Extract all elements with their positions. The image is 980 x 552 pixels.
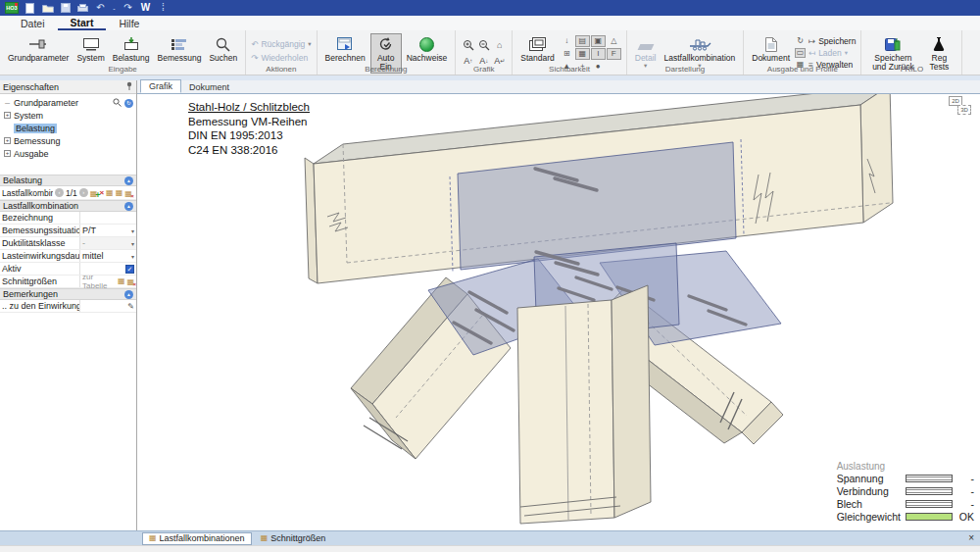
next-icon[interactable]: › <box>79 188 88 197</box>
expand-icon[interactable]: + <box>4 112 11 119</box>
undo-icon[interactable]: ↶ <box>94 2 107 14</box>
suchen-button[interactable]: Suchen <box>206 33 240 65</box>
expand-icon[interactable]: + <box>4 150 11 157</box>
aktiv-checkbox[interactable]: ✓ <box>125 265 134 274</box>
collapse-icon[interactable]: ▴ <box>124 290 133 299</box>
berechnen-button[interactable]: Berechnen <box>322 33 368 65</box>
new-document-icon[interactable] <box>24 2 36 14</box>
tab-hilfe[interactable]: Hilfe <box>106 16 152 30</box>
visibility-forces-icon[interactable]: F <box>607 48 621 60</box>
model-info-text: Stahl-Holz / Schlitzblech Bemessung VM-R… <box>188 100 310 157</box>
collapse-icon[interactable]: ▴ <box>124 202 133 211</box>
pager-count: 1/1 <box>66 188 77 198</box>
tree-refresh-icon[interactable]: ↻ <box>124 99 133 108</box>
visibility-dimensions-icon[interactable]: ▤ <box>575 35 590 47</box>
visibility-supports-icon[interactable]: ⊞ <box>560 48 574 60</box>
search-icon <box>216 35 230 53</box>
model-subtitle: Bemessung VM-Reihen <box>188 115 310 129</box>
visibility-profile-icon[interactable]: I <box>591 48 606 60</box>
collapse-icon[interactable]: ▴ <box>124 176 133 185</box>
model-title: Stahl-Holz / Schlitzblech <box>188 100 310 115</box>
chevron-down-icon: ▾ <box>131 227 134 234</box>
ribbon-group-grafik: ⌂ A↑ A↓ A↵ Grafik <box>456 30 513 75</box>
redo-icon[interactable]: ↷ <box>122 2 134 14</box>
lfk-section-header[interactable]: Lastfallkombination ▴ <box>0 200 136 212</box>
zur-tabelle-link[interactable]: zur Tabelle <box>82 273 116 290</box>
view-tab-strip: Grafik Dokument <box>137 80 980 94</box>
auto-refresh-icon <box>378 35 394 53</box>
tab-dokument[interactable]: Dokument <box>181 81 237 93</box>
arrow-save-icon: ↦ <box>808 36 815 46</box>
property-row: Lasteinwirkungsdauer mittel▾ <box>0 250 136 263</box>
visibility-labels-icon[interactable]: ▣ <box>591 35 606 47</box>
system-button[interactable]: System <box>74 33 107 65</box>
table-delete-icon[interactable]: ▦× <box>126 276 134 286</box>
chevron-down-icon: ▾ <box>131 253 134 260</box>
tab-grafik[interactable]: Grafik <box>140 79 181 93</box>
print-icon[interactable] <box>76 2 89 14</box>
load-box-icon <box>122 35 140 53</box>
tree-item-ausgabe[interactable]: + Ausgabe <box>0 147 136 160</box>
bemerkungen-section-header[interactable]: Bemerkungen ▴ <box>0 288 136 300</box>
legend-bar-gleichgewicht <box>906 513 953 521</box>
tab-start[interactable]: Start <box>58 16 107 30</box>
profil-laden-button[interactable]: ▭ ↤ Laden ▾ <box>795 48 856 58</box>
tab-lastfallkombinationen[interactable]: ▦ Lastfallkombinationen <box>142 532 252 545</box>
post-member <box>517 285 651 524</box>
prev-icon[interactable]: ‹ <box>55 188 64 197</box>
tree-search-icon[interactable] <box>113 97 122 109</box>
visibility-loads-icon[interactable]: ↓ <box>560 35 574 47</box>
bemessung-button[interactable]: Bemessung <box>155 33 205 65</box>
close-icon[interactable]: × <box>968 533 974 543</box>
table-icon: ▦ <box>149 534 157 542</box>
zoom-home-icon[interactable]: ⌂ <box>492 37 507 52</box>
bemessungssituation-select[interactable]: P/T▾ <box>79 225 136 236</box>
app-icon[interactable]: HO3 <box>5 2 19 14</box>
lasteinwirkungsdauer-select[interactable]: mittel▾ <box>79 250 136 262</box>
save-icon[interactable] <box>59 2 72 14</box>
belastung-button[interactable]: Belastung <box>110 33 153 65</box>
visibility-axes-icon[interactable]: △ <box>607 35 621 47</box>
bezeichnung-input[interactable] <box>79 212 136 224</box>
sync-icon: ↻ <box>795 36 806 46</box>
undo-caret-icon[interactable]: - <box>112 2 117 14</box>
profil-speichern-button[interactable]: ↻ ↦ Speichern <box>795 36 856 46</box>
monitor-icon <box>82 35 100 53</box>
visibility-grid-icon[interactable]: ▦ <box>575 48 590 60</box>
detail-slab-icon <box>637 44 654 50</box>
tree-item-belastung[interactable]: Belastung <box>0 122 136 134</box>
open-folder-icon[interactable] <box>41 2 54 14</box>
ribbon-group-eingabe: Grundparameter System Belastung Bemessun… <box>0 30 246 75</box>
undo-button[interactable]: ↶ Rückgängig ▾ <box>251 39 311 49</box>
add-row-icon[interactable]: ▦+ <box>90 188 98 198</box>
pin-icon[interactable] <box>125 81 133 92</box>
expand-icon[interactable]: + <box>4 137 11 144</box>
zoom-out-icon[interactable] <box>476 37 491 52</box>
edit-icon[interactable]: ✎ <box>127 302 134 311</box>
tree-item-system[interactable]: + System <box>0 109 136 122</box>
model-material: C24 EN 338:2016 <box>188 143 310 158</box>
view-3d-button[interactable]: 3D <box>957 105 971 115</box>
grundparameter-button[interactable]: Grundparameter <box>5 33 72 65</box>
table2-icon[interactable]: ▦ <box>116 189 123 197</box>
ribbon: Grundparameter System Belastung Bemessun… <box>0 30 980 75</box>
properties-header: Eigenschaften <box>0 80 136 94</box>
property-row: .. zu den Einwirkungen ✎ <box>0 300 136 313</box>
dokument-button[interactable]: Dokument <box>749 33 793 65</box>
calculator-icon <box>336 35 354 53</box>
redo-button[interactable]: ↷ Wiederholen <box>251 53 311 63</box>
table-icon[interactable]: ▦ <box>106 189 114 197</box>
tab-schnittgroessen[interactable]: ▦ Schnittgrößen <box>255 532 332 545</box>
tab-datei[interactable]: Datei <box>8 16 58 30</box>
nachweise-button[interactable]: Nachweise <box>404 33 451 65</box>
legend-title: Auslastung <box>837 461 953 472</box>
word-export-button[interactable]: W <box>139 2 152 14</box>
standard-view-button[interactable]: Standard <box>517 33 558 65</box>
tree-item-bemessung[interactable]: + Bemessung <box>0 134 136 147</box>
chevron-down-icon: ▾ <box>131 240 134 247</box>
table-delete-icon[interactable]: ▦× <box>124 188 132 198</box>
table-icon[interactable]: ▦ <box>118 277 125 285</box>
zoom-in-icon[interactable] <box>461 37 475 52</box>
more-commands-icon[interactable]: ⁞ <box>157 2 170 14</box>
belastung-section-header[interactable]: Belastung ▴ <box>0 175 136 186</box>
